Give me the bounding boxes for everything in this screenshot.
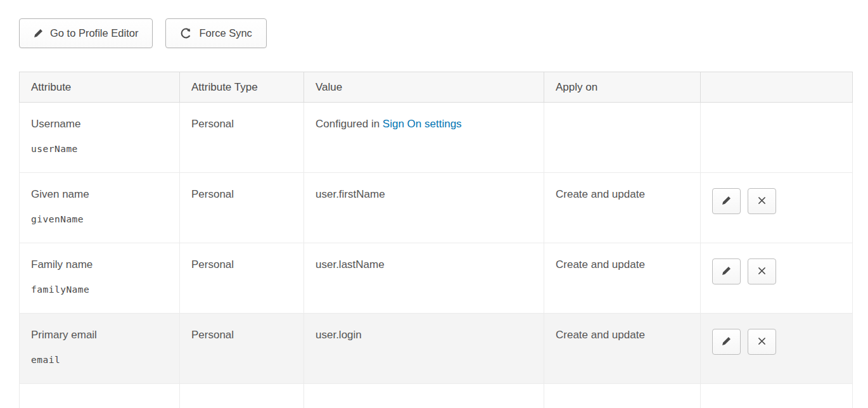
toolbar: Go to Profile Editor Force Sync xyxy=(19,18,852,48)
header-attribute: Attribute xyxy=(20,72,180,103)
header-actions xyxy=(701,72,853,103)
edit-mapping-button[interactable] xyxy=(712,329,741,355)
delete-mapping-button[interactable] xyxy=(748,329,776,355)
table-body: Username userName Personal Configured in… xyxy=(20,103,853,408)
attribute-type-cell: Personal xyxy=(180,314,304,384)
attribute-label: Family name xyxy=(31,258,168,271)
attribute-cell: Primary email email xyxy=(20,314,180,384)
value-cell: user.firstName xyxy=(304,173,544,243)
edit-mapping-button[interactable] xyxy=(712,258,741,284)
pencil-icon xyxy=(722,336,731,348)
attribute-type-cell: Personal xyxy=(180,243,304,314)
attribute-variable: userName xyxy=(31,144,168,154)
mapping-expression: user.firstName xyxy=(316,188,385,200)
pencil-icon xyxy=(722,266,731,277)
apply-on: Create and update xyxy=(556,258,645,271)
row-actions xyxy=(712,329,841,355)
actions-cell xyxy=(701,103,853,173)
header-value: Value xyxy=(304,72,544,103)
header-apply-on: Apply on xyxy=(544,72,701,103)
table-row: Family name familyName Personal user.las… xyxy=(20,243,853,314)
apply-on: Create and update xyxy=(556,329,645,341)
header-row: Attribute Attribute Type Value Apply on xyxy=(20,72,853,103)
mapping-expression: user.login xyxy=(316,329,362,341)
table-row: Username userName Personal Configured in… xyxy=(20,103,853,173)
row-actions xyxy=(712,188,841,214)
close-icon xyxy=(758,267,766,277)
attribute-mappings-page: Go to Profile Editor Force Sync Attribut… xyxy=(0,0,868,408)
force-sync-button[interactable]: Force Sync xyxy=(165,18,266,48)
value-cell: user.login xyxy=(304,314,544,384)
attribute-variable: familyName xyxy=(31,284,168,295)
attribute-mapping-table: Attribute Attribute Type Value Apply on … xyxy=(19,72,853,408)
attribute-label: Username xyxy=(31,118,168,131)
pencil-icon xyxy=(34,29,43,38)
apply-on: Create and update xyxy=(556,188,645,200)
apply-on-cell: Create and update xyxy=(544,243,701,314)
close-icon xyxy=(758,337,766,347)
delete-mapping-button[interactable] xyxy=(748,188,776,214)
delete-mapping-button[interactable] xyxy=(748,258,776,284)
pencil-icon xyxy=(722,196,731,207)
row-actions xyxy=(712,258,841,284)
actions-cell xyxy=(701,243,853,314)
attribute-variable: email xyxy=(31,355,168,365)
attribute-type: Personal xyxy=(191,329,234,341)
force-sync-label: Force Sync xyxy=(199,27,252,39)
go-to-profile-editor-label: Go to Profile Editor xyxy=(50,27,138,39)
attribute-type-cell: Personal xyxy=(180,173,304,243)
edit-mapping-button[interactable] xyxy=(712,188,741,214)
header-attribute-type: Attribute Type xyxy=(180,72,304,103)
attribute-type: Personal xyxy=(191,258,234,271)
empty-row xyxy=(20,384,853,408)
attribute-label: Primary email xyxy=(31,329,168,341)
attribute-cell: Username userName xyxy=(20,103,180,173)
attribute-type: Personal xyxy=(191,118,234,130)
close-icon xyxy=(758,196,766,207)
sign-on-settings-link[interactable]: Sign On settings xyxy=(383,118,462,130)
apply-on-cell: Create and update xyxy=(544,314,701,384)
table-header: Attribute Attribute Type Value Apply on xyxy=(20,72,853,103)
attribute-cell: Given name givenName xyxy=(20,173,180,243)
apply-on-cell: Create and update xyxy=(544,173,701,243)
value-cell: Configured in Sign On settings xyxy=(304,103,544,173)
value-cell: user.lastName xyxy=(304,243,544,314)
go-to-profile-editor-button[interactable]: Go to Profile Editor xyxy=(19,18,153,48)
attribute-type: Personal xyxy=(191,188,234,200)
mapping-expression: user.lastName xyxy=(316,258,385,271)
attribute-label: Given name xyxy=(31,188,168,201)
refresh-icon xyxy=(180,27,192,39)
table-row: Given name givenName Personal user.first… xyxy=(20,173,853,243)
attribute-variable: givenName xyxy=(31,214,168,224)
table-row: Primary email email Personal user.login … xyxy=(20,314,853,384)
actions-cell xyxy=(701,173,853,243)
actions-cell xyxy=(701,314,853,384)
attribute-type-cell: Personal xyxy=(180,103,304,173)
apply-on-cell xyxy=(544,103,701,173)
attribute-cell: Family name familyName xyxy=(20,243,180,314)
